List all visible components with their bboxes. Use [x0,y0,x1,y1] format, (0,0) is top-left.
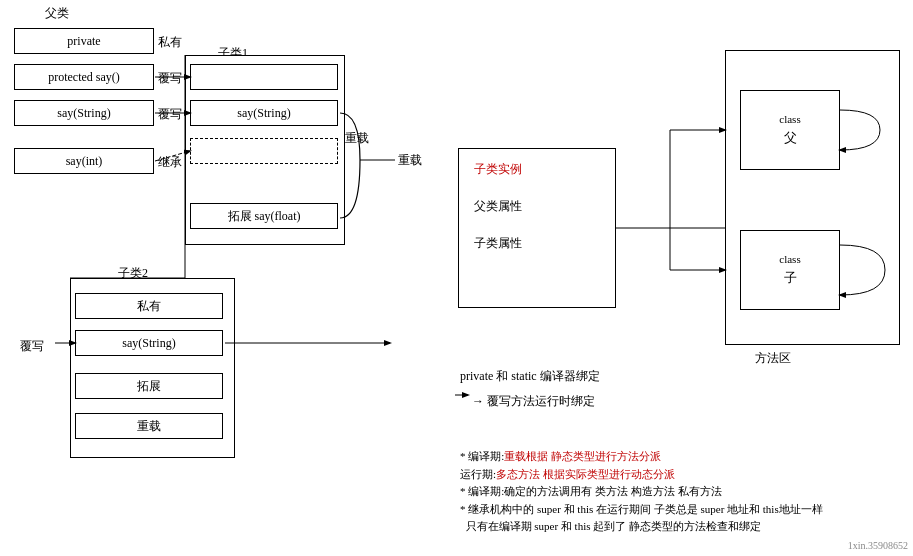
father-label: 父类 [45,5,69,22]
child2-overload: 重载 [75,413,223,439]
annotation-area: * 编译期:重载根据 静态类型进行方法分派 运行期:多态方法 根据实际类型进行动… [460,448,823,536]
overload-label: 重载 [345,130,369,147]
father-protected-box: protected say() [14,64,154,90]
static-label: private 和 static 编译器绑定 [460,368,600,385]
overwrite-label-left: 覆写 [20,338,44,355]
watermark: 1xin.35908652 [848,540,908,551]
father-property-label: 父类属性 [474,198,600,215]
father-private-box: private [14,28,154,54]
label-inherit: 继承 [158,154,182,171]
class-father-box: class 父 [740,90,840,170]
method-area-label: 方法区 [755,350,791,367]
father-say-string-box: say(String) [14,100,154,126]
svg-text:重载: 重载 [398,153,422,167]
child2-say-string: say(String) [75,330,223,356]
father-say-int-box: say(int) [14,148,154,174]
label-private: 私有 [158,34,182,51]
runtime-label: → 覆写方法运行时绑定 [472,393,595,410]
child2-extend: 拓展 [75,373,223,399]
subclass-instance-content: 子类实例 父类属性 子类属性 [459,149,615,264]
subclass-instance-label: 子类实例 [474,161,600,178]
child1-say-string: say(String) [190,100,338,126]
child2-private: 私有 [75,293,223,319]
annotation-line5: 只有在编译期 super 和 this 起到了 静态类型的方法检查和绑定 [460,518,823,536]
class-child-box: class 子 [740,230,840,310]
child1-extend: 拓展 say(float) [190,203,338,229]
child1-box1 [190,64,338,90]
annotation-line3: * 编译期:确定的方法调用有 类方法 构造方法 私有方法 [460,483,823,501]
diagram-area: 父类 private protected say() say(String) s… [0,0,913,556]
annotation-line4: * 继承机构中的 super 和 this 在运行期间 子类总是 super 地… [460,501,823,519]
label-overwrite2: 覆写 [158,106,182,123]
annotation-line1: * 编译期:重载根据 静态类型进行方法分派 [460,448,823,466]
annotation-line2: 运行期:多态方法 根据实际类型进行动态分派 [460,466,823,484]
subclass-instance-box: 子类实例 父类属性 子类属性 [458,148,616,308]
child-property-label: 子类属性 [474,235,600,252]
child1-dashed-box [190,138,338,164]
label-overwrite1: 覆写 [158,70,182,87]
